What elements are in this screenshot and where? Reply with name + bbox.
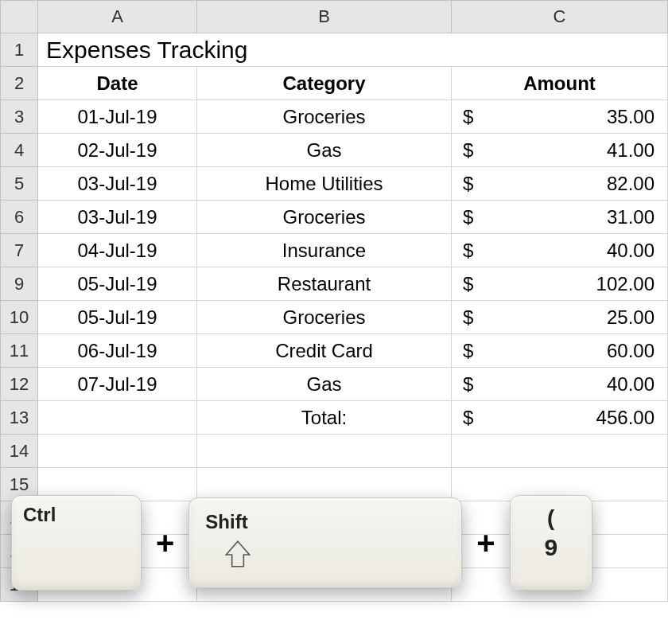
cell-total-amount[interactable]: $456.00	[452, 401, 668, 435]
column-header-A[interactable]: A	[38, 0, 197, 33]
select-all-corner[interactable]	[0, 0, 38, 33]
amount-value: 40.00	[607, 240, 659, 262]
amount-value: 35.00	[607, 106, 659, 128]
cell-amount[interactable]: $31.00	[452, 201, 668, 234]
currency-symbol: $	[460, 173, 473, 195]
cell-amount[interactable]: $41.00	[452, 134, 668, 167]
currency-symbol: $	[460, 306, 473, 329]
cell-amount[interactable]: $40.00	[452, 368, 668, 401]
keyboard-shortcut-overlay: Ctrl + Shift + ( 9	[11, 495, 656, 591]
key-shift-label: Shift	[205, 511, 450, 533]
cell-category[interactable]: Insurance	[197, 234, 452, 267]
cell-date[interactable]: 04-Jul-19	[38, 234, 197, 267]
key-paren-label: (	[547, 505, 554, 531]
row-header-11[interactable]: 11	[0, 334, 38, 368]
key-nine-label: 9	[544, 534, 557, 561]
row-header-1[interactable]: 1	[0, 33, 38, 67]
cell-category[interactable]: Groceries	[197, 301, 452, 334]
cell-date[interactable]: 01-Jul-19	[38, 100, 197, 134]
cell-empty[interactable]	[38, 435, 197, 468]
row-header-12[interactable]: 12	[0, 368, 38, 401]
currency-symbol: $	[460, 106, 473, 128]
currency-symbol: $	[460, 340, 473, 362]
amount-value: 60.00	[607, 340, 659, 362]
cell-amount[interactable]: $60.00	[452, 334, 668, 368]
currency-symbol: $	[460, 206, 473, 228]
currency-symbol: $	[460, 273, 473, 295]
cell-category[interactable]: Gas	[197, 368, 452, 401]
currency-symbol: $	[460, 139, 473, 162]
cell-date[interactable]: 05-Jul-19	[38, 301, 197, 334]
row-header-6[interactable]: 6	[0, 201, 38, 234]
amount-value: 40.00	[607, 373, 659, 396]
cell-category[interactable]: Gas	[197, 134, 452, 167]
cell-date[interactable]: 03-Jul-19	[38, 167, 197, 201]
plus-icon: +	[476, 525, 495, 561]
header-date[interactable]: Date	[38, 67, 197, 100]
cell-date[interactable]: 05-Jul-19	[38, 267, 197, 301]
currency-symbol: $	[460, 407, 473, 429]
header-category[interactable]: Category	[197, 67, 452, 100]
cell-date[interactable]: 02-Jul-19	[38, 134, 197, 167]
key-shift: Shift	[188, 497, 462, 588]
header-amount[interactable]: Amount	[452, 67, 668, 100]
column-header-B[interactable]: B	[197, 0, 452, 33]
amount-value: 31.00	[607, 206, 659, 228]
cell-date[interactable]: 03-Jul-19	[38, 201, 197, 234]
cell-empty[interactable]	[452, 435, 668, 468]
cell-amount[interactable]: $40.00	[452, 234, 668, 267]
column-header-C[interactable]: C	[452, 0, 668, 33]
cell-empty[interactable]	[38, 401, 197, 435]
row-header-3[interactable]: 3	[0, 100, 38, 134]
amount-value: 25.00	[607, 306, 659, 329]
cell-category[interactable]: Credit Card	[197, 334, 452, 368]
shift-arrow-icon	[221, 538, 254, 571]
key-nine: ( 9	[510, 495, 592, 591]
amount-value: 102.00	[596, 273, 659, 295]
row-header-7[interactable]: 7	[0, 234, 38, 267]
row-header-14[interactable]: 14	[0, 435, 38, 468]
cell-category[interactable]: Groceries	[197, 201, 452, 234]
row-header-10[interactable]: 10	[0, 301, 38, 334]
cell-category[interactable]: Restaurant	[197, 267, 452, 301]
key-ctrl-label: Ctrl	[23, 504, 130, 526]
cell-amount[interactable]: $25.00	[452, 301, 668, 334]
cell-amount[interactable]: $102.00	[452, 267, 668, 301]
cell-amount[interactable]: $35.00	[452, 100, 668, 134]
currency-symbol: $	[460, 373, 473, 396]
cell-title[interactable]: Expenses Tracking	[38, 33, 668, 67]
currency-symbol: $	[460, 240, 473, 262]
plus-icon: +	[156, 525, 174, 561]
row-header-5[interactable]: 5	[0, 167, 38, 201]
cell-category[interactable]: Groceries	[197, 100, 452, 134]
amount-value: 41.00	[607, 139, 659, 162]
amount-value: 82.00	[607, 173, 659, 195]
cell-category[interactable]: Home Utilities	[197, 167, 452, 201]
cell-date[interactable]: 06-Jul-19	[38, 334, 197, 368]
cell-date[interactable]: 07-Jul-19	[38, 368, 197, 401]
row-header-13[interactable]: 13	[0, 401, 38, 435]
cell-empty[interactable]	[197, 435, 452, 468]
cell-total-label[interactable]: Total:	[197, 401, 452, 435]
key-ctrl: Ctrl	[11, 495, 142, 591]
total-value: 456.00	[596, 407, 659, 429]
cell-amount[interactable]: $82.00	[452, 167, 668, 201]
row-header-4[interactable]: 4	[0, 134, 38, 167]
row-header-9[interactable]: 9	[0, 267, 38, 301]
row-header-2[interactable]: 2	[0, 67, 38, 100]
